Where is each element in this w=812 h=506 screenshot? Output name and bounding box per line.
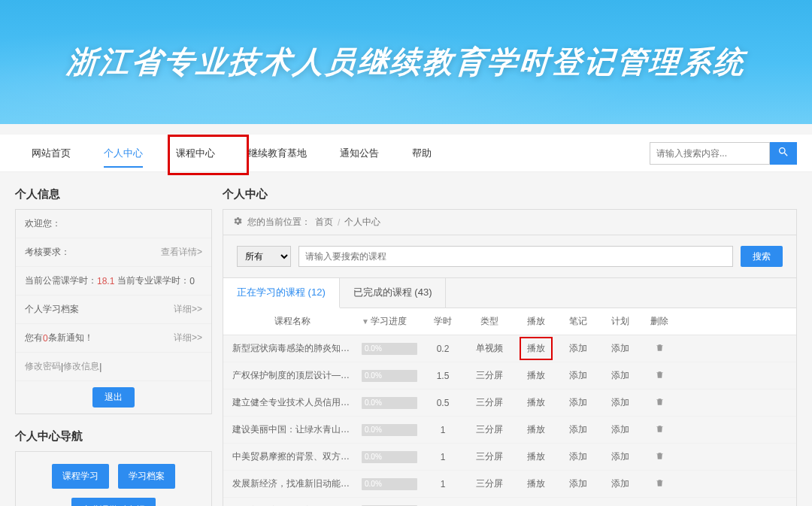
cell-name: 建立健全专业技术人员信用体系 [223,389,357,416]
crumb-home[interactable]: 首页 [315,216,333,229]
play-link[interactable]: 播放 [515,417,557,443]
crumb-label: 您的当前位置： [247,216,311,229]
note-link[interactable]: 添加 [557,417,599,443]
nav-panel-button[interactable]: 课程学习 [52,464,109,489]
delete-button[interactable] [641,471,677,497]
plan-link[interactable]: 添加 [599,389,641,416]
play-link[interactable]: 播放 [515,444,557,470]
cell-name: 发展新经济，找准新旧动能转换... [223,471,357,497]
nav-item[interactable]: 帮助 [395,135,448,172]
course-tabs: 正在学习的课程 (12)已完成的课程 (43) [223,278,797,308]
trash-icon [655,398,665,409]
play-link[interactable]: 播放 [515,471,557,497]
plan-link[interactable]: 添加 [599,471,641,497]
table-row: 中美贸易摩擦的背景、双方策略...0.0%1三分屏播放添加添加 [223,444,796,471]
col-plan: 计划 [599,308,641,335]
plan-link[interactable]: 添加 [599,444,641,470]
filter-search-button[interactable]: 搜索 [741,246,783,267]
grid-header: 课程名称 学习进度 学时 类型 播放 笔记 计划 删除 [223,308,796,335]
cell-type: 三分屏 [464,471,515,497]
plan-link[interactable]: 添加 [599,417,641,443]
col-hours: 学时 [422,308,464,335]
col-note: 笔记 [557,308,599,335]
cell-progress: 0.0% [357,390,422,416]
play-link[interactable]: 播放 [515,362,557,389]
course-tab[interactable]: 正在学习的课程 (12) [223,277,340,308]
cell-progress: 0.0% [357,417,422,443]
breadcrumb: 您的当前位置： 首页 / 个人中心 [223,209,797,235]
course-tab[interactable]: 已完成的课程 (43) [340,278,447,308]
note-link[interactable]: 添加 [557,362,599,389]
nav-item[interactable]: 网站首页 [15,135,87,172]
cell-hours: 1 [422,499,464,507]
search-input[interactable] [650,142,770,165]
note-link[interactable]: 添加 [557,471,599,497]
welcome-label: 欢迎您： [25,217,61,230]
note-link[interactable]: 添加 [557,498,599,506]
play-link[interactable]: 播放 [515,389,557,416]
delete-button[interactable] [641,444,677,470]
nav-item[interactable]: 个人中心 [87,135,159,172]
delete-button[interactable] [641,417,677,443]
exam-detail-link[interactable]: 查看详情> [161,246,202,259]
table-row: 发展新经济，找准新旧动能转换...0.0%1三分屏播放添加添加 [223,471,796,498]
cell-hours: 1 [422,418,464,442]
trash-icon [655,371,665,382]
cell-progress: 0.0% [357,471,422,497]
plan-link[interactable]: 添加 [599,335,641,362]
note-link[interactable]: 添加 [557,389,599,416]
trash-icon [655,426,665,436]
nav-panel-title: 个人中心导航 [15,425,212,451]
filter-bar: 所有 搜索 [223,235,797,278]
trash-icon [655,480,665,490]
personal-info-panel: 欢迎您： 考核要求： 查看详情> 当前公需课学时： 18.1 当前专业课学时： … [15,209,212,414]
col-type: 类型 [464,308,515,335]
main-nav: 网站首页个人中心课程中心继续教育基地通知公告帮助 [15,135,448,172]
nav-panel-button[interactable]: 专业课学时申报 [71,498,156,506]
nav-panel-button[interactable]: 学习档案 [118,464,175,489]
banner: 浙江省专业技术人员继续教育学时登记管理系统 [0,0,812,124]
logout-button[interactable]: 退出 [92,387,135,408]
cell-progress: 0.0% [357,336,422,362]
change-password-link[interactable]: 修改密码 [25,360,61,373]
cell-name: 发展新经济，找准新旧动能转换... [223,498,357,506]
col-name: 课程名称 [223,308,357,335]
nav-item[interactable]: 课程中心 [159,135,232,172]
delete-button[interactable] [641,336,677,362]
search-icon [777,146,789,160]
delete-button[interactable] [641,498,677,507]
plan-link[interactable]: 添加 [599,498,641,506]
play-link[interactable]: 播放 [515,498,557,506]
cell-name: 建设美丽中国：让绿水青山变成... [223,417,357,443]
cell-hours: 0.5 [422,391,464,415]
col-play: 播放 [515,308,557,335]
archive-link[interactable]: 详细>> [174,303,202,316]
cell-hours: 1 [422,445,464,469]
nav-item[interactable]: 通知公告 [323,135,395,172]
plan-link[interactable]: 添加 [599,362,641,389]
note-link[interactable]: 添加 [557,444,599,470]
note-link[interactable]: 添加 [557,335,599,362]
play-link[interactable]: 播放 [515,335,557,362]
cell-type: 三分屏 [464,498,515,506]
cell-type: 三分屏 [464,389,515,416]
table-row: 发展新经济，找准新旧动能转换...0.0%1三分屏播放添加添加 [223,498,796,506]
search-button[interactable] [770,142,797,165]
table-row: 产权保护制度的顶层设计——《...0.0%1.5三分屏播放添加添加 [223,362,796,389]
delete-button[interactable] [641,363,677,389]
filter-input[interactable] [298,246,733,267]
site-title: 浙江省专业技术人员继续教育学时登记管理系统 [65,41,747,83]
crumb-current: 个人中心 [344,216,380,229]
filter-select[interactable]: 所有 [237,246,291,267]
col-delete: 删除 [641,308,677,335]
notice-link[interactable]: 详细>> [174,332,202,344]
delete-button[interactable] [641,390,677,416]
col-progress[interactable]: 学习进度 [357,308,422,335]
change-info-link[interactable]: 修改信息 [63,360,99,373]
exam-label: 考核要求： [25,246,70,259]
notice-prefix: 您有 [25,332,43,344]
table-row: 建立健全专业技术人员信用体系0.0%0.5三分屏播放添加添加 [223,389,796,417]
nav-item[interactable]: 继续教育基地 [232,135,323,172]
right-panel-title: 个人中心 [223,183,797,209]
cell-type: 三分屏 [464,362,515,389]
